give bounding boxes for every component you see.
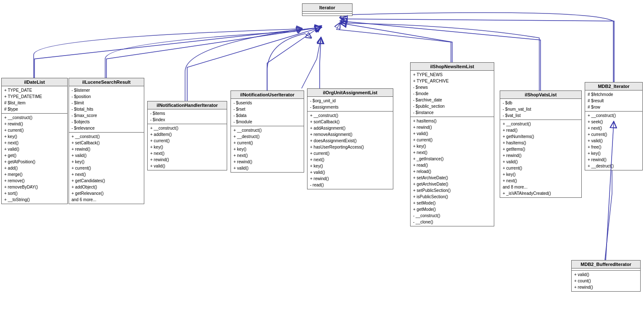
method: + hasUserReportingAccess() [310,144,390,150]
class-illucenesearchresult-methods: + __construct() + setCallback() + rewind… [69,133,144,204]
class-ilshopvatslist-header: ilShopVatsList [500,91,581,99]
class-iterator-methods [302,14,352,16]
attr: - $data [233,112,301,119]
attr: - $assignments [310,104,390,110]
attr: - $objects [72,119,141,125]
class-ilshopnewsitemlist-header: ilShopNewsItemList [411,63,494,71]
class-iterator-header: Iterator [302,4,352,12]
class-illucenesearchresult-attrs: - $listener - $position - $limit - $tota… [69,86,144,133]
method: + removeAssignment() [310,131,390,138]
class-ilorgunitassignmentlist: ilOrgUnitAssignmentList - $org_unit_id -… [307,88,393,189]
method: + valid() [588,138,640,144]
class-ilorgunitassignmentlist-header: ilOrgUnitAssignmentList [307,89,393,97]
method: + current() [150,138,224,144]
method: + valid() [150,163,224,169]
method: + sortCallback() [310,119,390,125]
method: + valid() [72,152,141,159]
attr: - $userids [233,100,301,106]
method: + key() [150,144,224,150]
method: + getArchiveDate() [413,181,491,187]
method: + next() [72,171,141,178]
class-ilnotificationuseriterator: ilNotificationUserIterator - $userids - … [231,90,304,173]
method: + hasItems() [503,140,579,146]
attr: - $position [72,93,141,100]
attr: - $relevance [72,125,141,131]
method: + valid() [310,169,390,175]
attr: - $vat_list [503,112,579,119]
method: + getAtPosition() [4,159,65,165]
class-ilnotificationuseriterator-methods: + __construct() + __destruct() + current… [231,126,304,172]
method: + read() [413,162,491,168]
method: + __construct() [4,114,65,121]
method: + __construct() [310,112,390,119]
method: + current() [233,140,301,146]
class-ilnotificationuseriterator-attrs: - $userids - $rset - $data - $module [231,99,304,126]
class-ilshopnewsitemlist-attrs: + TYPE_NEWS + TYPE_ARCHIVE - $news - $mo… [411,71,494,117]
attr: - $rset [233,106,301,112]
method: + setMode() [413,200,491,206]
class-ildatelist: ilDateList + TYPE_DATE + TYPE_DATETIME #… [1,78,68,204]
method: + __construct() [72,133,141,140]
method: - read() [310,182,390,188]
class-mdb2iterator-methods: + __construct() + seek() + next() + curr… [585,112,642,170]
class-ilorgunitassignmentlist-attrs: - $org_unit_id - $assignments [307,97,393,112]
method: + get() [4,152,65,159]
method: + next() [503,178,579,184]
method: + addAssignment() [310,125,390,131]
method: + rewind() [150,157,224,163]
method: + __construct() [233,127,301,133]
attr: - $limit [72,100,141,106]
class-illucenesearchresult: ilLuceneSearchResult - $listener - $posi… [69,78,144,204]
method: + current() [503,165,579,171]
method: + read() [503,127,579,133]
method: + key() [413,143,491,149]
attr: - $news [413,84,491,90]
class-ilshopvatslist: ilShopVatsList - $db - $num_vat_list - $… [500,90,582,198]
method: + getMode() [413,206,491,213]
attr: # $row [588,104,640,110]
attr: - $max_score [72,112,141,119]
attr: - $items [150,110,224,117]
method: + valid() [503,159,579,165]
method: + hasItems() [413,118,491,124]
class-ildatelist-attrs: + TYPE_DATE + TYPE_DATETIME # $list_item… [2,86,67,114]
method: + next() [150,150,224,157]
attr: + TYPE_NEWS [413,72,491,78]
method: + __toString() [4,197,65,203]
method: + next() [233,152,301,159]
method: + getNumItems() [503,133,579,140]
method: + __construct() [588,112,640,119]
method: + reload() [413,168,491,175]
method: + current() [588,131,640,138]
class-ilshopvatslist-methods: + __construct() + read() + getNumItems()… [500,120,581,197]
class-mdb2bufferediterator: MDB2_BufferedIterator + valid() + count(… [571,260,641,292]
method: + isPublicSection() [413,194,491,200]
attr: - $index [150,117,224,123]
method: + removeByDAY() [4,184,65,190]
attr: - $public_section [413,103,491,109]
attr: # $fetchmode [588,91,640,98]
attr: - $total_hits [72,106,141,112]
method: + valid() [574,271,638,278]
attr: - $num_vat_list [503,106,579,112]
method: - __clone() [413,219,491,225]
attr: # $list_item [4,100,65,106]
method: + free() [588,144,640,150]
method: + __construct() [150,125,224,131]
method: + sort() [4,190,65,197]
class-illucenesearchresult-header: ilLuceneSearchResult [69,78,144,86]
method: + add() [4,165,65,171]
method: + rewind() [72,146,141,152]
method: + addObject() [72,184,141,190]
attr: + TYPE_DATE [4,87,65,93]
method: + key() [233,146,301,152]
method: + key() [310,163,390,169]
attr: - $instance [413,109,491,116]
method: + rewind() [233,159,301,165]
class-iterator: Iterator [302,3,352,16]
method: + __destruct() [588,163,640,169]
class-ilnotificationhandleriterator-attrs: - $items - $index [148,109,227,124]
attr: + TYPE_DATETIME [4,93,65,100]
class-mdb2bufferediterator-methods: + valid() + count() + rewind() [572,271,640,291]
class-ilshopnewsitemlist-methods: + hasItems() + rewind() + valid() + curr… [411,117,494,226]
